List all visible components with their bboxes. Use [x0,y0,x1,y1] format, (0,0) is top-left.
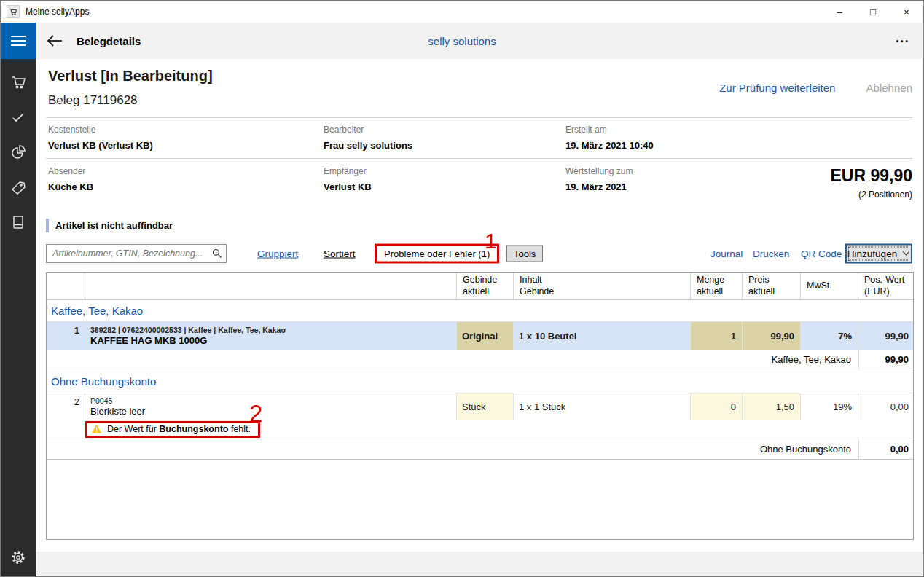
article-meta: 369282 | 07622400002533 | Kaffee | Kaffe… [90,326,286,334]
app-logo-icon [7,5,20,18]
forward-for-review-link[interactable]: Zur Prüfung weiterleiten [719,82,835,94]
table-header-row: Gebinde aktuell Inhalt Gebinde Menge akt… [47,273,913,300]
positions-count: (2 Positionen) [830,189,912,200]
field-wertstellung: Wertstellung zum 19. März 2021 [565,166,633,192]
magnifier-icon [211,248,222,259]
col-gebinde: Gebinde aktuell [457,273,514,299]
inhalt-cell: 1 x 1 Stück [514,393,691,420]
qr-code-link[interactable]: QR Code [801,248,842,259]
notice-accent-bar [46,219,49,232]
document-total: EUR 99,90 (2 Positionen) [830,166,912,200]
field-kostenstelle: Kostenstelle Verlust KB (Verlust KB) [48,125,153,151]
arrow-left-icon [46,34,63,48]
warning-row: Der Wert für Buchungskonto fehlt. [47,420,913,439]
sidebar-item-orders[interactable] [1,65,36,100]
col-mwst: MwSt. [801,273,858,299]
article-name: KAFFEE HAG MKB 1000G [90,335,207,346]
chevron-down-icon [902,251,910,256]
col-inhalt: Inhalt Gebinde [514,273,691,299]
close-button[interactable]: × [890,1,923,23]
pie-chart-icon [9,144,27,161]
more-options-button[interactable]: ••• [896,37,910,45]
col-pos-wert: Pos.-Wert (EUR) [858,273,915,299]
gebinde-cell[interactable]: Original [457,322,514,350]
window-title: Meine sellyApps [26,7,89,17]
group-subtotal-row: Kaffee, Tee, Kakao 99,90 [47,350,913,369]
sidebar-item-approvals[interactable] [1,100,36,135]
sidebar-item-journal[interactable] [1,205,36,240]
app-brand-title: selly solutions [428,35,496,47]
document-number: Beleg 17119628 [48,93,138,108]
hamburger-menu-button[interactable] [1,23,36,59]
search-input[interactable] [46,244,227,263]
page-title: Belegdetails [77,35,141,47]
field-absender: Absender Küche KB [48,166,93,192]
shopping-cart-icon [9,74,27,91]
divider [46,158,912,159]
problems-or-errors-button[interactable]: Probleme oder Fehler (1) [375,244,499,264]
app-window: Meine sellyApps – □ × Belegdetails selly… [0,0,924,577]
back-button[interactable] [46,34,63,48]
notice-article-not-found: Artikel ist nicht auffindbar [46,219,173,232]
tools-button[interactable]: Tools [506,246,543,262]
checkmark-icon [9,109,27,126]
gear-icon [10,549,26,565]
divider [46,117,912,118]
mwst-cell: 19% [801,393,858,420]
menge-cell[interactable]: 1 [691,322,743,350]
search-field-wrap [46,244,227,263]
col-preis: Preis aktuell [743,273,801,299]
sorted-toggle-link[interactable]: Sortiert [324,248,356,259]
reject-button[interactable]: Ablehnen [866,82,912,94]
table-row[interactable]: 2 P0045 Bierkiste leer Stück 1 x 1 Stück… [47,393,913,420]
add-button[interactable]: Hinzufügen [845,244,912,264]
preis-cell[interactable]: 1,50 [743,393,801,420]
col-menge: Menge aktuell [691,273,743,299]
group-header[interactable]: Kaffee, Tee, Kakao [47,300,913,322]
sidebar-item-deals[interactable] [1,170,36,205]
field-erstellt-am: Erstellt am 19. März 2021 10:40 [565,125,654,151]
sidebar-item-reports[interactable] [1,135,36,170]
preis-cell[interactable]: 99,90 [743,322,801,350]
field-empfaenger: Empfänger Verlust KB [324,166,372,192]
book-icon [9,213,27,231]
wert-cell: 0,00 [858,393,915,420]
print-link[interactable]: Drucken [753,248,789,259]
group-header[interactable]: Ohne Buchungskonto [47,369,913,393]
group-subtotal-row: Ohne Buchungskonto 0,00 [47,439,913,460]
article-name: Bierkiste leer [90,406,145,417]
document-title: Verlust [In Bearbeitung] [48,68,213,85]
gebinde-cell[interactable]: Stück [457,393,514,420]
journal-link[interactable]: Journal [710,248,743,259]
app-header: Belegdetails selly solutions ••• [1,23,923,59]
warning-triangle-icon [91,424,102,434]
field-bearbeiter: Bearbeiter Frau selly solutions [324,125,412,151]
menu-bars-icon [11,36,26,37]
main-content: Verlust [In Bearbeitung] Beleg 17119628 … [36,59,923,576]
footer-strip [36,552,923,576]
missing-booking-account-warning: Der Wert für Buchungskonto fehlt. [85,421,260,438]
grouped-toggle-link[interactable]: Gruppiert [257,248,298,259]
window-controls: – □ × [823,1,923,23]
sidebar-item-settings[interactable] [1,543,36,572]
wert-cell: 99,90 [858,322,915,350]
positions-toolbar: Gruppiert Sortiert Probleme oder Fehler … [46,241,912,266]
total-amount: EUR 99,90 [830,166,912,186]
annotation-marker-1: 1 [485,230,497,252]
inhalt-cell: 1 x 10 Beutel [514,322,691,350]
table-empty-area [47,460,913,539]
titlebar: Meine sellyApps – □ × [1,1,923,23]
price-tag-icon [9,178,27,196]
minimize-button[interactable]: – [823,1,856,23]
article-meta: P0045 [90,396,112,405]
annotation-marker-2: 2 [249,401,262,425]
positions-table: Gebinde aktuell Inhalt Gebinde Menge akt… [46,272,914,540]
table-row[interactable]: 1 369282 | 07622400002533 | Kaffee | Kaf… [47,322,913,350]
document-actions: Zur Prüfung weiterleiten Ablehnen [719,82,912,94]
menge-cell[interactable]: 0 [691,393,743,420]
sidebar [1,59,36,576]
maximize-button[interactable]: □ [856,1,890,23]
mwst-cell: 7% [801,322,858,350]
